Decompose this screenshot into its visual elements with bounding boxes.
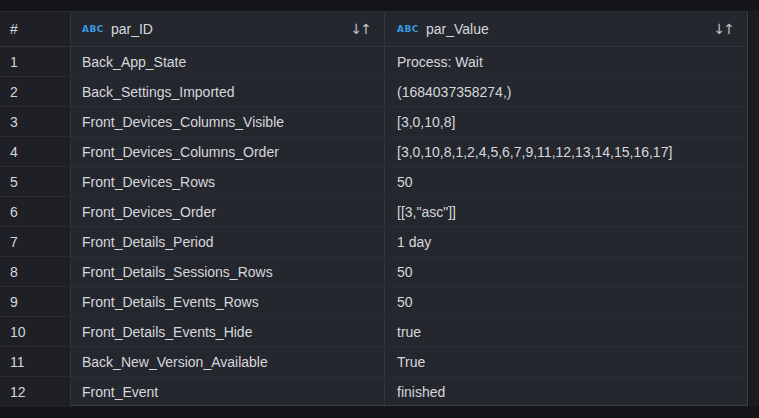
- par-value-cell: 50: [385, 167, 747, 196]
- par-id-value: Back_App_State: [82, 54, 186, 70]
- row-number-value: 7: [10, 234, 18, 250]
- par-value-cell: Process: Wait: [385, 47, 747, 76]
- row-number-value: 3: [10, 114, 18, 130]
- par-value-cell: finished: [385, 377, 747, 407]
- par-id-cell: Back_Settings_Imported: [71, 77, 385, 106]
- par-id-value: Back_New_Version_Available: [82, 354, 268, 370]
- par-value-cell: 50: [385, 287, 747, 316]
- table-header-row: # ABC par_ID ↓↑ ABC par_Value ↓↑: [0, 12, 747, 47]
- par-value-column-label: par_Value: [426, 21, 489, 37]
- par-value-value: (1684037358274,): [397, 84, 511, 100]
- row-number-value: 1: [10, 54, 18, 70]
- par-value-value: True: [397, 354, 425, 370]
- table-row: 7 Front_Details_Period 1 day: [0, 227, 747, 257]
- row-number-cell: 7: [0, 227, 71, 256]
- par-id-value: Front_Details_Events_Hide: [82, 324, 252, 340]
- par-id-value: Front_Devices_Order: [82, 204, 216, 220]
- row-number-cell: 12: [0, 377, 71, 407]
- grafana-table-panel: # ABC par_ID ↓↑ ABC par_Value ↓↑ 1 Back_…: [0, 0, 759, 418]
- par-value-value: finished: [397, 384, 445, 400]
- header-cell-row-number[interactable]: #: [0, 12, 71, 46]
- par-value-value: 1 day: [397, 234, 431, 250]
- par-value-value: true: [397, 324, 421, 340]
- parameters-table: # ABC par_ID ↓↑ ABC par_Value ↓↑ 1 Back_…: [0, 11, 748, 406]
- par-value-value: [[3,"asc"]]: [397, 204, 456, 220]
- par-value-value: [3,0,10,8]: [397, 114, 455, 130]
- row-number-cell: 1: [0, 47, 71, 76]
- par-id-value: Front_Details_Period: [82, 234, 214, 250]
- par-id-cell: Front_Event: [71, 377, 385, 407]
- table-row: 2 Back_Settings_Imported (1684037358274,…: [0, 77, 747, 107]
- row-number-value: 11: [10, 354, 25, 370]
- row-number-value: 12: [10, 384, 26, 400]
- par-value-value: Process: Wait: [397, 54, 483, 70]
- row-number-value: 8: [10, 264, 18, 280]
- par-id-cell: Back_App_State: [71, 47, 385, 76]
- string-type-icon: ABC: [82, 24, 104, 34]
- par-id-value: Back_Settings_Imported: [82, 84, 235, 100]
- par-value-value: 50: [397, 264, 413, 280]
- par-value-cell: 1 day: [385, 227, 747, 256]
- par-value-cell: true: [385, 317, 747, 346]
- header-cell-par-id[interactable]: ABC par_ID ↓↑: [71, 12, 385, 46]
- par-value-value: 50: [397, 294, 413, 310]
- row-number-value: 2: [10, 84, 18, 100]
- row-number-cell: 6: [0, 197, 71, 226]
- par-id-value: Front_Devices_Columns_Visible: [82, 114, 284, 130]
- table-body: 1 Back_App_State Process: Wait 2 Back_Se…: [0, 47, 747, 407]
- par-id-cell: Front_Devices_Rows: [71, 167, 385, 196]
- table-row: 1 Back_App_State Process: Wait: [0, 47, 747, 77]
- table-row: 5 Front_Devices_Rows 50: [0, 167, 747, 197]
- table-row: 4 Front_Devices_Columns_Order [3,0,10,8,…: [0, 137, 747, 167]
- par-id-cell: Front_Details_Sessions_Rows: [71, 257, 385, 286]
- table-row: 11 Back_New_Version_Available True: [0, 347, 747, 377]
- row-number-value: 10: [10, 324, 26, 340]
- par-id-value: Front_Devices_Rows: [82, 174, 215, 190]
- par-value-cell: [3,0,10,8]: [385, 107, 747, 136]
- par-id-cell: Front_Details_Events_Rows: [71, 287, 385, 316]
- sort-arrows-icon[interactable]: ↓↑: [714, 21, 735, 37]
- row-number-cell: 4: [0, 137, 71, 166]
- par-id-cell: Front_Devices_Columns_Order: [71, 137, 385, 166]
- par-value-cell: 50: [385, 257, 747, 286]
- header-cell-par-value[interactable]: ABC par_Value ↓↑: [385, 12, 747, 46]
- row-number-value: 6: [10, 204, 18, 220]
- row-number-value: 4: [10, 144, 18, 160]
- par-id-cell: Front_Details_Period: [71, 227, 385, 256]
- table-row: 12 Front_Event finished: [0, 377, 747, 407]
- par-value-cell: [3,0,10,8,1,2,4,5,6,7,9,11,12,13,14,15,1…: [385, 137, 747, 166]
- par-id-cell: Back_New_Version_Available: [71, 347, 385, 376]
- row-number-value: 5: [10, 174, 18, 190]
- row-number-cell: 3: [0, 107, 71, 136]
- par-id-cell: Front_Devices_Columns_Visible: [71, 107, 385, 136]
- table-row: 10 Front_Details_Events_Hide true: [0, 317, 747, 347]
- par-id-value: Front_Devices_Columns_Order: [82, 144, 279, 160]
- row-number-cell: 11: [0, 347, 71, 376]
- par-value-cell: True: [385, 347, 747, 376]
- row-number-cell: 5: [0, 167, 71, 196]
- par-id-column-label: par_ID: [111, 21, 153, 37]
- sort-arrows-icon[interactable]: ↓↑: [351, 21, 372, 37]
- table-row: 6 Front_Devices_Order [[3,"asc"]]: [0, 197, 747, 227]
- par-id-value: Front_Details_Events_Rows: [82, 294, 259, 310]
- table-row: 3 Front_Devices_Columns_Visible [3,0,10,…: [0, 107, 747, 137]
- table-row: 9 Front_Details_Events_Rows 50: [0, 287, 747, 317]
- par-id-value: Front_Event: [82, 384, 158, 400]
- par-value-value: [3,0,10,8,1,2,4,5,6,7,9,11,12,13,14,15,1…: [397, 144, 672, 160]
- par-value-cell: (1684037358274,): [385, 77, 747, 106]
- par-value-cell: [[3,"asc"]]: [385, 197, 747, 226]
- par-value-value: 50: [397, 174, 413, 190]
- row-number-cell: 8: [0, 257, 71, 286]
- par-id-cell: Front_Devices_Order: [71, 197, 385, 226]
- row-number-cell: 9: [0, 287, 71, 316]
- par-id-cell: Front_Details_Events_Hide: [71, 317, 385, 346]
- row-number-cell: 2: [0, 77, 71, 106]
- table-row: 8 Front_Details_Sessions_Rows 50: [0, 257, 747, 287]
- row-number-value: 9: [10, 294, 18, 310]
- row-number-cell: 10: [0, 317, 71, 346]
- par-id-value: Front_Details_Sessions_Rows: [82, 264, 273, 280]
- string-type-icon: ABC: [397, 24, 419, 34]
- panel-right-gutter: [749, 11, 759, 406]
- row-number-header-label: #: [10, 21, 18, 37]
